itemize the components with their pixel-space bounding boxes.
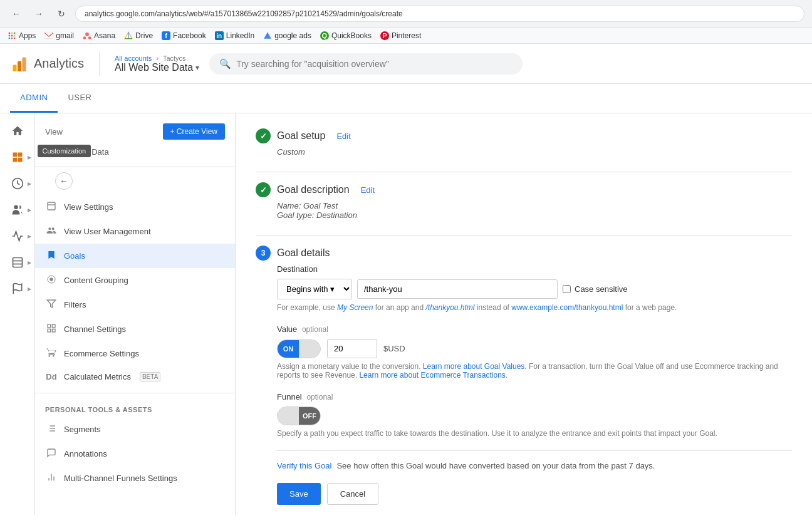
svg-rect-22 xyxy=(13,158,17,162)
save-button[interactable]: Save xyxy=(277,483,321,505)
back-button[interactable]: ← xyxy=(8,5,25,23)
goal-values-link[interactable]: Learn more about Goal Values xyxy=(423,362,525,371)
view-label: View xyxy=(45,127,63,137)
step2-edit-link[interactable]: Edit xyxy=(361,185,375,195)
bookmark-linkedin-label: LinkedIn xyxy=(226,31,254,40)
view-user-management-icon xyxy=(45,225,58,237)
step-divider-2 xyxy=(256,235,792,236)
sidebar-item-annotations-label: Annotations xyxy=(64,449,107,458)
currency-label: $USD xyxy=(383,344,405,353)
sidebar-item-segments[interactable]: Segments xyxy=(35,417,235,442)
value-amount-input[interactable] xyxy=(327,339,377,358)
bookmark-drive[interactable]: Drive xyxy=(124,31,153,40)
step1-subtitle: Custom xyxy=(277,147,305,157)
step2-header: ✓ Goal description Edit xyxy=(256,182,792,197)
property-selector[interactable]: All Web Site Data ▾ xyxy=(115,62,199,73)
sidebar-item-filters[interactable]: Filters xyxy=(35,293,235,317)
case-sensitive-row: Case sensitive xyxy=(563,284,628,294)
svg-rect-36 xyxy=(52,324,55,328)
calculated-metrics-icon: Dd xyxy=(45,372,58,381)
cancel-button[interactable]: Cancel xyxy=(327,483,378,505)
tab-user[interactable]: USER xyxy=(58,84,102,113)
condition-select[interactable]: Begins with ▾ xyxy=(277,279,352,299)
sidebar-item-calculated-metrics[interactable]: Dd Calculated Metrics BETA xyxy=(35,366,235,388)
nav-customization[interactable]: ▶ Customization xyxy=(3,145,33,170)
my-screen-link[interactable]: My Screen xyxy=(337,303,373,312)
ecommerce-settings-icon xyxy=(45,348,58,360)
bookmark-pinterest-label: Pinterest xyxy=(392,31,421,40)
quickbooks-icon: Q xyxy=(320,31,329,40)
svg-point-12 xyxy=(88,36,91,39)
ecommerce-transactions-link[interactable]: Learn more about Ecommerce Transactions xyxy=(359,371,505,380)
gmail-icon xyxy=(44,33,53,39)
sidebar-item-multi-channel[interactable]: Multi-Channel Funnels Settings xyxy=(35,466,235,490)
svg-rect-6 xyxy=(9,38,10,39)
svg-rect-20 xyxy=(13,153,17,157)
asana-icon xyxy=(83,31,91,40)
sidebar-item-view-settings[interactable]: View Settings xyxy=(35,195,235,219)
sidebar-divider-1 xyxy=(35,167,235,167)
left-icon-nav: ▶ Customization ▶ ▶ ▶ ▶ ▶ xyxy=(0,113,35,515)
search-bar: 🔍 xyxy=(209,53,523,75)
back-button-sidebar[interactable]: ← xyxy=(55,172,73,190)
funnel-toggle[interactable]: OFF xyxy=(277,407,321,425)
sidebar-item-channel-settings[interactable]: Channel Settings xyxy=(35,317,235,341)
example-url-link[interactable]: www.example.com/thankyou.html xyxy=(511,303,623,312)
channel-settings-icon xyxy=(45,323,58,335)
nav-audience[interactable]: ▶ xyxy=(3,197,33,222)
step1-edit-link[interactable]: Edit xyxy=(336,132,350,141)
bookmark-quickbooks[interactable]: Q QuickBooks xyxy=(320,31,372,40)
thankyou-html-link[interactable]: /thankyou.html xyxy=(425,303,474,312)
verify-goal-link[interactable]: Verify this Goal xyxy=(277,461,331,470)
personal-tools-header: PERSONAL TOOLS & ASSETS xyxy=(35,398,235,417)
bookmark-google-ads[interactable]: google ads xyxy=(263,31,311,40)
destination-label: Destination xyxy=(277,264,792,274)
sidebar-item-filters-label: Filters xyxy=(64,300,86,309)
sidebar: View + Create View All Web Site Data ← V… xyxy=(35,113,236,515)
nav-reports-expand: ▶ xyxy=(28,181,31,187)
step2-title: Goal description xyxy=(277,184,350,195)
nav-flags[interactable]: ▶ xyxy=(3,276,33,301)
sidebar-item-goals[interactable]: Goals xyxy=(35,244,235,268)
svg-rect-1 xyxy=(11,33,13,34)
main-layout: ▶ Customization ▶ ▶ ▶ ▶ ▶ View + Create … xyxy=(0,113,812,515)
case-sensitive-checkbox[interactable] xyxy=(563,285,571,293)
sidebar-item-view-user-management[interactable]: View User Management xyxy=(35,219,235,244)
destination-input[interactable] xyxy=(357,279,558,299)
bookmark-asana-label: Asana xyxy=(94,31,115,40)
sidebar-item-channel-settings-label: Channel Settings xyxy=(64,324,126,334)
nav-home[interactable] xyxy=(3,118,33,143)
nav-something[interactable]: ▶ xyxy=(3,224,33,249)
svg-rect-26 xyxy=(13,258,22,267)
bookmark-google-ads-label: google ads xyxy=(274,31,311,40)
nav-content-expand: ▶ xyxy=(28,260,31,266)
nav-flags-expand: ▶ xyxy=(28,286,31,292)
nav-audience-expand: ▶ xyxy=(28,207,31,213)
address-bar[interactable]: analytics.google.com/analytics/web/#/a15… xyxy=(75,6,804,22)
sidebar-item-ecommerce-settings[interactable]: Ecommerce Settings xyxy=(35,341,235,366)
bookmark-apps[interactable]: Apps xyxy=(8,31,36,40)
bookmark-gmail[interactable]: gmail xyxy=(44,31,74,40)
bookmark-linkedin[interactable]: in LinkedIn xyxy=(215,31,254,40)
forward-button[interactable]: → xyxy=(30,5,48,23)
value-toggle[interactable]: ON xyxy=(277,339,321,358)
create-view-button[interactable]: + Create View xyxy=(163,123,226,140)
refresh-button[interactable]: ↻ xyxy=(53,5,70,23)
sidebar-item-annotations[interactable]: Annotations xyxy=(35,442,235,466)
value-section: Value optional ON $USD Assign a monetary… xyxy=(277,324,792,380)
toggle-off-label: OFF xyxy=(299,407,320,425)
svg-rect-23 xyxy=(18,158,22,162)
bookmark-facebook[interactable]: f Facebook xyxy=(162,31,206,40)
sidebar-item-content-grouping[interactable]: Content Grouping xyxy=(35,268,235,293)
bookmark-asana[interactable]: Asana xyxy=(83,31,115,40)
nav-reports[interactable]: ▶ xyxy=(3,171,33,196)
svg-rect-2 xyxy=(14,33,15,34)
svg-rect-30 xyxy=(48,202,55,210)
bookmark-pinterest[interactable]: P Pinterest xyxy=(380,31,421,40)
bookmark-quickbooks-label: QuickBooks xyxy=(331,31,372,40)
all-accounts-link[interactable]: All accounts xyxy=(115,54,152,62)
tab-admin[interactable]: ADMIN xyxy=(10,84,58,113)
nav-content[interactable]: ▶ xyxy=(3,250,33,275)
search-input[interactable] xyxy=(236,59,513,69)
facebook-icon: f xyxy=(162,31,170,40)
